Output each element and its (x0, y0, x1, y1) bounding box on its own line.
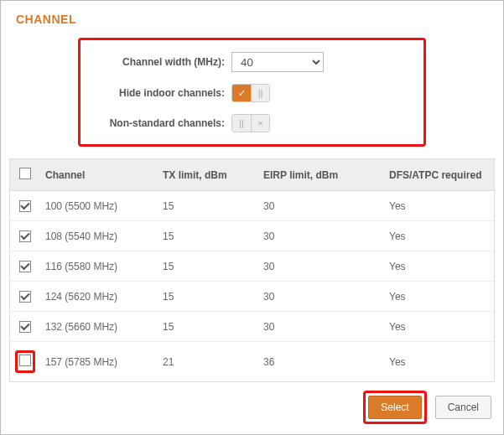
cell-channel: 157 (5785 MHz) (39, 342, 156, 382)
select-all-checkbox[interactable] (19, 168, 31, 179)
table-row: 108 (5540 MHz) 15 30 Yes (10, 221, 494, 251)
hide-indoor-toggle[interactable]: ✓ || (231, 84, 270, 102)
cell-eirp: 36 (257, 342, 382, 382)
check-icon: ✓ (232, 85, 251, 101)
highlight-box: Select (363, 391, 426, 424)
cell-tx: 21 (156, 342, 257, 382)
cell-eirp: 30 (257, 191, 382, 221)
table-row: 100 (5500 MHz) 15 30 Yes (10, 191, 494, 221)
cell-dfs: Yes (382, 221, 494, 251)
cancel-button[interactable]: Cancel (435, 396, 491, 419)
channel-width-select[interactable]: 40 (231, 52, 324, 72)
col-dfs: DFS/ATPC required (382, 159, 494, 191)
row-checkbox[interactable] (19, 200, 31, 212)
nonstandard-label: Non-standard channels: (89, 117, 231, 129)
dialog-title: CHANNEL (16, 13, 488, 26)
cell-channel: 124 (5620 MHz) (39, 282, 156, 312)
cell-tx: 15 (156, 312, 257, 342)
cell-dfs: Yes (382, 191, 494, 221)
table-row: 157 (5785 MHz) 21 36 Yes (10, 342, 494, 382)
cell-channel: 116 (5580 MHz) (39, 251, 156, 282)
cell-tx: 15 (156, 191, 257, 221)
col-channel: Channel (39, 159, 156, 191)
channel-table-wrap: Channel TX limit, dBm EIRP limit, dBm DF… (9, 158, 495, 382)
cell-eirp: 30 (257, 312, 382, 342)
settings-panel: Channel width (MHz): 40 Hide indoor chan… (78, 38, 426, 147)
dialog-footer: Select Cancel (363, 391, 491, 424)
col-eirp: EIRP limit, dBm (257, 159, 382, 191)
table-row: 116 (5580 MHz) 15 30 Yes (10, 251, 494, 282)
table-row: 124 (5620 MHz) 15 30 Yes (10, 282, 494, 312)
cell-dfs: Yes (382, 282, 494, 312)
nonstandard-toggle[interactable]: || × (231, 114, 270, 132)
cell-channel: 132 (5660 MHz) (39, 312, 156, 342)
row-checkbox[interactable] (19, 355, 31, 366)
dialog-header: CHANNEL (1, 1, 503, 33)
cell-tx: 15 (156, 251, 257, 282)
row-checkbox[interactable] (19, 321, 31, 333)
cell-dfs: Yes (382, 342, 494, 382)
select-button[interactable]: Select (368, 396, 421, 419)
cell-channel: 100 (5500 MHz) (39, 191, 156, 221)
table-row: 132 (5660 MHz) 15 30 Yes (10, 312, 494, 342)
cell-channel: 108 (5540 MHz) (39, 221, 156, 251)
row-checkbox[interactable] (19, 230, 31, 242)
cell-tx: 15 (156, 282, 257, 312)
cell-eirp: 30 (257, 251, 382, 282)
col-tx: TX limit, dBm (156, 159, 257, 191)
cell-dfs: Yes (382, 251, 494, 282)
hide-indoor-label: Hide indoor channels: (89, 87, 231, 99)
channel-width-label: Channel width (MHz): (89, 56, 231, 68)
cell-tx: 15 (156, 221, 257, 251)
cell-dfs: Yes (382, 312, 494, 342)
x-icon: × (251, 115, 269, 132)
channel-table: Channel TX limit, dBm EIRP limit, dBm DF… (10, 159, 494, 381)
row-checkbox[interactable] (19, 261, 31, 272)
row-checkbox[interactable] (19, 291, 31, 303)
cell-eirp: 30 (257, 282, 382, 312)
pause-icon: || (251, 85, 269, 101)
cell-eirp: 30 (257, 221, 382, 251)
pause-icon: || (232, 115, 251, 132)
highlight-box (15, 350, 35, 373)
